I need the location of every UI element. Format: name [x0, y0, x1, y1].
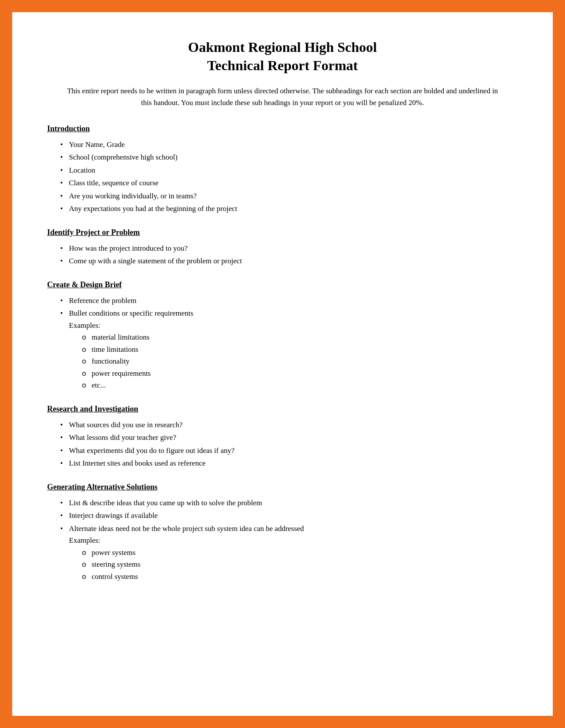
list-item: What experiments did you do to figure ou… — [60, 445, 518, 456]
list-item: How was the project introduced to you? — [60, 243, 518, 254]
examples-label: Examples: — [69, 535, 518, 546]
list-item: What sources did you use in research? — [60, 419, 518, 431]
section-list-create-design-brief: Reference the problemBullet conditions o… — [47, 295, 518, 391]
section-list-identify-project: How was the project introduced to you?Co… — [47, 243, 518, 267]
section-heading-identify-project: Identify Project or Problem — [47, 227, 518, 238]
sub-list: material limitationstime limitationsfunc… — [69, 332, 518, 391]
section-list-research-investigation: What sources did you use in research?Wha… — [47, 419, 518, 469]
list-item: List Internet sites and books used as re… — [60, 458, 518, 469]
list-item: steering systems — [82, 559, 518, 570]
examples-label: Examples: — [69, 320, 518, 331]
page-content: Oakmont Regional High School Technical R… — [12, 12, 553, 716]
list-item: Alternate ideas need not be the whole pr… — [60, 523, 518, 582]
list-item: List & describe ideas that you came up w… — [60, 497, 518, 509]
list-item: Reference the problem — [60, 295, 518, 306]
section-heading-generating-solutions: Generating Alternative Solutions — [47, 481, 518, 493]
section-create-design-brief: Create & Design BriefReference the probl… — [47, 279, 518, 391]
list-item: Are you working individually, or in team… — [60, 191, 518, 202]
sub-list: power systemssteering systemscontrol sys… — [69, 547, 518, 582]
section-generating-solutions: Generating Alternative SolutionsList & d… — [47, 481, 518, 582]
list-item: Your Name, Grade — [60, 139, 518, 150]
section-identify-project: Identify Project or ProblemHow was the p… — [47, 227, 518, 267]
list-item: functionality — [82, 356, 518, 367]
sections-container: IntroductionYour Name, GradeSchool (comp… — [47, 123, 518, 582]
page-border: Oakmont Regional High School Technical R… — [0, 0, 565, 728]
section-heading-introduction: Introduction — [47, 123, 518, 135]
section-list-introduction: Your Name, GradeSchool (comprehensive hi… — [47, 139, 518, 214]
list-item: Bullet conditions or specific requiremen… — [60, 308, 518, 391]
page-title: Oakmont Regional High School Technical R… — [47, 38, 518, 75]
list-item: time limitations — [82, 344, 518, 355]
list-item: material limitations — [82, 332, 518, 343]
list-item: Location — [60, 165, 518, 176]
list-item: Class title, sequence of course — [60, 177, 518, 189]
intro-paragraph: This entire report needs to be written i… — [47, 85, 518, 109]
section-heading-research-investigation: Research and Investigation — [47, 403, 518, 415]
section-list-generating-solutions: List & describe ideas that you came up w… — [47, 497, 518, 582]
list-item: control systems — [82, 571, 518, 582]
list-item: What lessons did your teacher give? — [60, 432, 518, 443]
section-introduction: IntroductionYour Name, GradeSchool (comp… — [47, 123, 518, 214]
list-item: School (comprehensive high school) — [60, 152, 518, 163]
list-item: power systems — [82, 547, 518, 558]
list-item: etc... — [82, 380, 518, 391]
list-item: Any expectations you had at the beginnin… — [60, 203, 518, 214]
section-research-investigation: Research and InvestigationWhat sources d… — [47, 403, 518, 469]
list-item: power requirements — [82, 368, 518, 379]
section-heading-create-design-brief: Create & Design Brief — [47, 279, 518, 291]
list-item: Come up with a single statement of the p… — [60, 255, 518, 267]
list-item: Interject drawings if available — [60, 510, 518, 521]
